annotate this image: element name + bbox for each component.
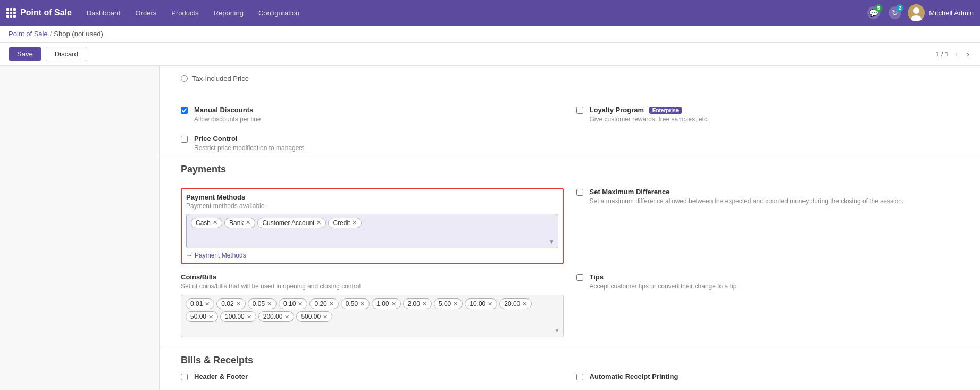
nav-products[interactable]: Products [165, 7, 205, 19]
tag-001: 0.01✕ [186, 298, 214, 309]
updates-button[interactable]: ↻ 2 [886, 4, 903, 21]
nav-configuration[interactable]: Configuration [252, 7, 306, 19]
navbar-right: 💬 5 ↻ 2 Mitchell Admin [865, 4, 974, 21]
set-max-diff-content: Set Maximum Difference Set a maximum dif… [590, 188, 904, 206]
tag-10000-remove[interactable]: ✕ [247, 313, 252, 320]
loyalty-program-setting: Loyalty Program Enterprise Give customer… [576, 106, 959, 124]
tag-credit-remove[interactable]: ✕ [352, 219, 357, 226]
tags-cursor [364, 218, 364, 226]
header-footer-label: Header & Footer [194, 372, 248, 380]
tag-200: 2.00✕ [403, 298, 432, 309]
tag-010-remove[interactable]: ✕ [298, 301, 303, 308]
tag-020-remove[interactable]: ✕ [329, 301, 334, 308]
tag-050-remove[interactable]: ✕ [360, 301, 365, 308]
tax-included-radio[interactable] [181, 75, 188, 82]
price-control-label: Price Control [194, 135, 304, 143]
pricing-section: Tax-Included Price [160, 66, 980, 97]
avatar[interactable] [908, 4, 925, 21]
tag-005-remove[interactable]: ✕ [267, 301, 272, 308]
loyalty-program-desc: Give customer rewards, free samples, etc… [590, 115, 709, 124]
tag-1000: 10.00✕ [465, 298, 497, 309]
nav-reporting[interactable]: Reporting [207, 7, 250, 19]
discard-button[interactable]: Discard [46, 47, 87, 61]
tag-50000-remove[interactable]: ✕ [323, 313, 328, 320]
tag-cash-remove[interactable]: ✕ [213, 219, 217, 226]
payment-methods-container: Payment Methods Payment methods availabl… [181, 188, 564, 264]
tag-10000: 100.00✕ [220, 311, 256, 322]
save-button[interactable]: Save [9, 47, 41, 61]
tag-001-remove[interactable]: ✕ [205, 301, 210, 308]
tag-cash: Cash ✕ [191, 218, 222, 228]
coins-tags-input[interactable]: 0.01✕ 0.02✕ 0.05✕ 0.10✕ 0.20✕ 0.50✕ 1.00… [181, 295, 564, 337]
tag-002: 0.02✕ [216, 298, 245, 309]
nav-orders[interactable]: Orders [129, 7, 163, 19]
manual-discounts-desc: Allow discounts per line [194, 115, 261, 124]
header-footer-content: Header & Footer [194, 372, 248, 381]
tag-200-remove[interactable]: ✕ [422, 301, 427, 308]
tag-100: 1.00✕ [372, 298, 400, 309]
pagination-prev[interactable]: ‹ [953, 48, 960, 60]
tag-500-remove[interactable]: ✕ [453, 301, 458, 308]
breadcrumb-parent[interactable]: Point of Sale [9, 30, 48, 38]
tips-checkbox[interactable] [576, 274, 583, 281]
tag-5000-remove[interactable]: ✕ [208, 313, 213, 320]
price-control-checkbox[interactable] [181, 136, 188, 143]
header-footer-setting: Header & Footer [181, 372, 564, 381]
loyalty-program-label: Loyalty Program Enterprise [590, 106, 709, 114]
header-footer-checkbox[interactable] [181, 374, 188, 380]
navbar: Point of Sale Dashboard Orders Products … [0, 0, 980, 26]
content-area: Tax-Included Price Manual Discounts Allo… [160, 66, 980, 390]
loyalty-program-checkbox[interactable] [576, 107, 583, 114]
price-control-desc: Restrict price modification to managers [194, 144, 304, 153]
tag-bank-remove[interactable]: ✕ [246, 219, 250, 226]
tag-20000-remove[interactable]: ✕ [284, 313, 289, 320]
nav-dashboard[interactable]: Dashboard [80, 7, 127, 19]
updates-count: 2 [896, 4, 903, 12]
breadcrumb-separator: / [50, 30, 52, 38]
payment-methods-tags-input[interactable]: Cash ✕ Bank ✕ Customer Account ✕ Credi [186, 214, 558, 248]
payment-methods-link[interactable]: → Payment Methods [186, 252, 558, 259]
tag-2000-remove[interactable]: ✕ [522, 301, 527, 308]
tag-credit: Credit ✕ [328, 218, 362, 228]
tag-100-remove[interactable]: ✕ [391, 301, 396, 308]
notifications-button[interactable]: 💬 5 [865, 4, 882, 21]
breadcrumb-current: Shop (not used) [54, 30, 103, 38]
user-name-label[interactable]: Mitchell Admin [929, 9, 974, 17]
loyalty-program-content: Loyalty Program Enterprise Give customer… [590, 106, 709, 124]
tag-050: 0.50✕ [341, 298, 370, 309]
tag-50000: 500.00✕ [296, 311, 332, 322]
manual-discounts-checkbox[interactable] [181, 107, 188, 114]
tips-desc: Accept customer tips or convert their ch… [590, 282, 737, 291]
tag-1000-remove[interactable]: ✕ [488, 301, 492, 308]
payment-methods-desc: Payment methods available [186, 202, 558, 210]
payment-methods-label: Payment Methods [186, 193, 558, 201]
payment-methods-field[interactable]: Payment Methods Payment methods availabl… [181, 188, 564, 264]
coins-bills-container: Coins/Bills Set of coins/bills that will… [181, 273, 564, 338]
manual-discounts-content: Manual Discounts Allow discounts per lin… [194, 106, 261, 124]
tag-010: 0.10✕ [279, 298, 307, 309]
tag-bank: Bank ✕ [224, 218, 255, 228]
pagination-label: 1 / 1 [935, 50, 949, 58]
app-brand[interactable]: Point of Sale [6, 8, 72, 18]
auto-receipt-content: Automatic Receipt Printing [590, 372, 679, 381]
price-control-content: Price Control Restrict price modificatio… [194, 135, 304, 153]
tips-content: Tips Accept customer tips or convert the… [590, 273, 737, 291]
bills-receipts-row: Header & Footer Automatic Receipt Printi… [160, 370, 980, 390]
set-max-diff-setting: Set Maximum Difference Set a maximum dif… [576, 188, 959, 264]
svg-point-1 [913, 7, 919, 14]
tags-dropdown-arrow: ▼ [549, 239, 555, 245]
tag-customer-account-remove[interactable]: ✕ [316, 219, 321, 226]
enterprise-badge: Enterprise [649, 107, 682, 114]
pagination-next[interactable]: › [965, 48, 971, 60]
tag-2000: 20.00✕ [499, 298, 532, 309]
tax-included-label: Tax-Included Price [192, 74, 249, 82]
manual-discounts-label: Manual Discounts [194, 106, 261, 114]
action-bar: Save Discard 1 / 1 ‹ › [0, 43, 980, 66]
auto-receipt-label: Automatic Receipt Printing [590, 372, 679, 380]
tag-002-remove[interactable]: ✕ [236, 301, 241, 308]
auto-receipt-checkbox[interactable] [576, 374, 583, 380]
breadcrumb: Point of Sale / Shop (not used) [0, 26, 980, 43]
tag-customer-account: Customer Account ✕ [257, 218, 326, 228]
set-max-diff-checkbox[interactable] [576, 189, 583, 196]
set-max-diff-label: Set Maximum Difference [590, 188, 904, 196]
